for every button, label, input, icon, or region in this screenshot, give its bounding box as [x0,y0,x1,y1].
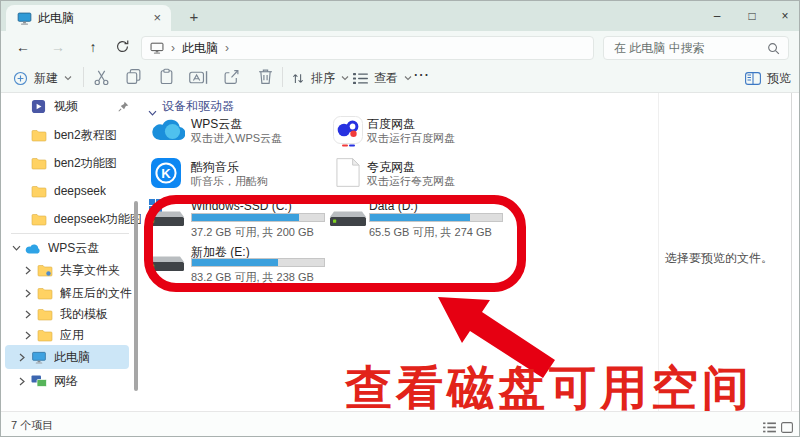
tab-bar: 此电脑 × + – □ × [1,1,799,31]
tab-title: 此电脑 [38,5,74,31]
new-button[interactable]: 新建 [13,67,72,89]
address-bar[interactable]: › 此电脑 › [141,36,594,60]
sidebar-item-wps-cloud[interactable]: WPS云盘 [1,236,141,260]
tab-close-icon[interactable]: × [153,5,161,31]
sidebar-item-label: deepseek功能图 [54,211,141,228]
folder-icon [37,308,54,321]
share-icon[interactable] [223,68,240,89]
chevron-right-icon[interactable] [15,377,29,386]
device-tile-kugou-music[interactable]: K 酷狗音乐 听音乐，用酷狗 [149,155,324,195]
monitor-icon [150,41,164,55]
sidebar-item-label: ben2功能图 [54,155,117,172]
annotation-highlight-circle [144,195,526,292]
sidebar-item-network[interactable]: 网络 [1,369,141,393]
rename-icon[interactable] [189,70,208,89]
folder-icon [31,213,48,226]
toolbar-separator [83,67,84,87]
device-desc: 听音乐，用酷狗 [191,174,268,189]
forward-button[interactable]: → [48,37,68,57]
sidebar-item-label: 应用 [60,327,84,344]
back-button[interactable]: ← [13,37,33,57]
details-view-icon[interactable] [763,419,776,437]
maximize-button[interactable]: □ [736,1,768,31]
close-button[interactable]: × [769,1,800,31]
annotation-text: 查看磁盘可用空间 [345,364,753,411]
paste-icon[interactable] [158,68,175,89]
sort-button[interactable]: 排序 [291,67,349,89]
view-button[interactable]: 查看 [353,67,412,89]
sidebar-item-label: 网络 [54,373,78,390]
preview-button[interactable]: 预览 [745,68,791,88]
delete-icon[interactable] [258,68,273,89]
new-tab-button[interactable]: + [183,6,205,27]
up-button[interactable]: ↑ [83,37,103,57]
chevron-right-icon[interactable] [15,353,29,362]
monitor-icon [17,11,32,30]
preview-placeholder: 选择要预览的文件。 [665,250,773,267]
breadcrumb-separator: › [225,41,229,55]
chevron-right-icon[interactable] [21,266,35,275]
svg-text:K: K [161,166,171,181]
view-list-icon [353,72,368,85]
network-icon [31,374,48,388]
minimize-button[interactable]: – [701,1,733,31]
chevron-right-icon[interactable] [21,289,35,298]
chevron-down-icon [404,75,412,81]
search-placeholder: 在 此电脑 中搜索 [614,37,705,59]
monitor-icon [31,350,48,365]
sidebar-scrollbar[interactable] [134,201,138,391]
sidebar-item-apps[interactable]: 应用 [1,323,141,347]
copy-icon[interactable] [125,68,142,89]
folder-icon [31,185,48,198]
wps-cloud-icon [151,115,185,145]
breadcrumb-separator: › [171,41,175,55]
view-label: 查看 [374,70,398,87]
sidebar-item-this-pc[interactable]: 此电脑 [1,345,141,369]
chevron-down-icon [341,75,349,81]
shared-folder-icon [37,264,54,277]
sidebar-item-label: 此电脑 [54,349,90,366]
folder-icon [37,329,54,342]
device-tile-quark-netdisk[interactable]: 夸克网盘 双击运行夸克网盘 [331,155,506,195]
pin-icon [118,101,129,112]
folder-icon [31,157,48,170]
sidebar-item-shared-folder[interactable]: 共享文件夹 [1,258,141,282]
chevron-down-icon [64,75,72,81]
chevron-right-icon[interactable] [21,331,35,340]
search-icon [767,41,780,59]
sidebar-item-label: 共享文件夹 [60,262,120,279]
refresh-icon[interactable] [115,39,130,58]
breadcrumb[interactable]: 此电脑 [182,40,218,57]
chevron-right-icon[interactable] [21,310,35,319]
sidebar-item-label: deepseek [54,184,106,198]
device-tile-baidu-netdisk[interactable]: 百度网盘 双击运行百度网盘 [331,112,506,152]
tab-this-pc[interactable]: 此电脑 × [6,5,171,31]
status-bar [1,411,799,437]
search-input[interactable]: 在 此电脑 中搜索 [603,36,789,60]
device-desc: 双击进入WPS云盘 [191,131,282,146]
sidebar-item-ben2gongnengtu[interactable]: ben2功能图 [1,151,141,175]
sidebar-item-label: 解压后的文件 [60,285,132,302]
device-tile-wps-cloud[interactable]: WPS云盘 双击进入WPS云盘 [149,112,324,152]
quark-netdisk-icon [336,157,360,192]
sidebar-item-label: 视频 [54,98,78,115]
toolbar-separator [282,67,283,87]
sidebar-item-label: 我的模板 [60,306,108,323]
cut-icon[interactable] [93,69,110,90]
item-count: 7 个项目 [11,418,53,433]
baidu-netdisk-icon [333,116,363,151]
window-scrollbar-track[interactable] [791,93,792,411]
sort-arrows-icon [291,71,305,86]
sidebar-item-label: ben2教程图 [54,127,117,144]
device-desc: 双击运行百度网盘 [367,131,455,146]
chevron-down-icon[interactable] [9,245,23,251]
preview-label: 预览 [767,70,791,87]
more-options-button[interactable]: ⋯ [413,65,430,84]
sidebar-item-deepseek[interactable]: deepseek [1,179,141,203]
sidebar-item-videos[interactable]: 视频 [1,94,141,118]
thumbnail-view-icon[interactable] [781,419,793,437]
sort-label: 排序 [311,70,335,87]
sidebar-item-ben2jiaochengtu[interactable]: ben2教程图 [1,123,141,147]
video-icon [31,99,48,114]
sidebar-item-deepseek-gongnengtu[interactable]: deepseek功能图 [1,207,141,231]
